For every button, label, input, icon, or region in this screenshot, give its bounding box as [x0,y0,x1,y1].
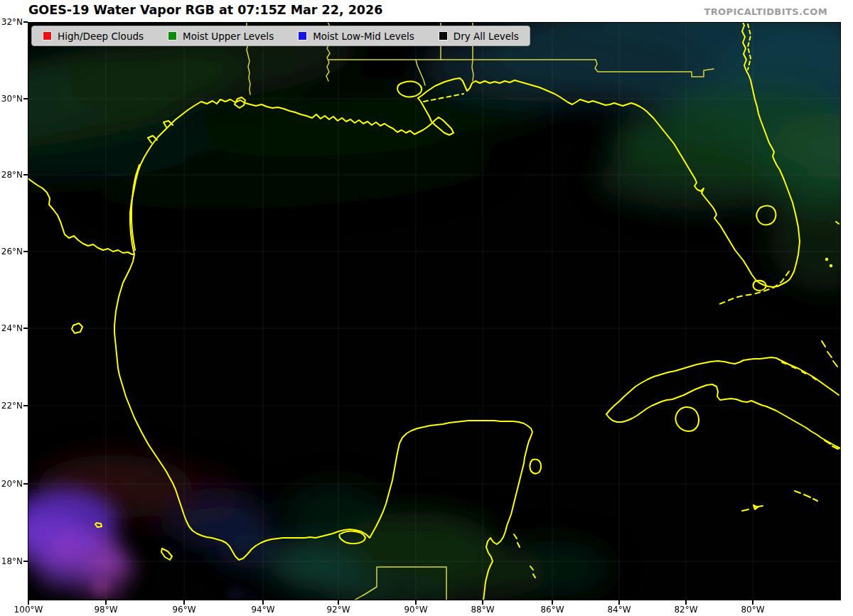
lat-tick-label: 28°N [0,170,23,180]
legend-label: Moist Low-Mid Levels [313,31,414,42]
lon-tick-mark [552,600,553,605]
lat-tick-label: 24°N [0,323,23,333]
lat-tick-label: 30°N [0,94,23,104]
lon-tick-label: 88°W [460,605,505,615]
color-legend: High/Deep CloudsMoist Upper LevelsMoist … [31,26,530,46]
legend-item-3: Dry All Levels [439,31,519,42]
satellite-map-svg [28,22,841,600]
lon-tick-label: 86°W [530,605,575,615]
lon-tick-mark [338,600,339,605]
legend-swatch-icon [439,31,448,40]
legend-swatch-icon [43,31,52,40]
lon-tick-mark [105,600,107,605]
lon-tick-mark [752,600,753,605]
legend-swatch-icon [298,31,307,40]
lon-tick-mark [415,600,417,605]
legend-label: Moist Upper Levels [183,31,274,42]
lat-tick-label: 20°N [0,479,23,489]
legend-item-0: High/Deep Clouds [43,31,144,42]
lon-tick-label: 94°W [240,605,286,615]
lon-tick-label: 80°W [730,605,776,615]
lon-tick-label: 100°W [6,605,51,615]
lat-tick-mark [23,21,28,23]
legend-item-1: Moist Upper Levels [168,31,274,42]
lat-tick-mark [23,561,28,562]
legend-label: Dry All Levels [454,31,519,42]
legend-item-2: Moist Low-Mid Levels [298,31,414,42]
lon-tick-mark [618,600,620,605]
lat-tick-label: 18°N [0,556,23,566]
lat-tick-label: 32°N [0,17,23,27]
lat-tick-label: 22°N [0,401,23,411]
satellite-map[interactable] [28,22,841,600]
lat-tick-mark [23,328,28,329]
lat-tick-label: 26°N [0,247,23,256]
page-title: GOES-19 Water Vapor RGB at 07:15Z Mar 22… [28,3,382,17]
lat-tick-mark [23,251,28,252]
goes-satellite-viewer: GOES-19 Water Vapor RGB at 07:15Z Mar 22… [0,0,853,616]
lat-tick-mark [23,174,28,175]
lat-tick-mark [23,405,28,406]
lon-tick-mark [262,600,264,605]
watermark: TROPICALTIDBITS.COM [704,6,827,17]
legend-label: High/Deep Clouds [58,31,144,42]
lon-tick-mark [183,600,185,605]
lon-tick-label: 96°W [161,605,207,615]
lat-tick-mark [23,483,28,485]
lon-tick-label: 92°W [316,605,361,615]
lon-tick-mark [482,600,483,605]
lon-tick-label: 82°W [663,605,709,615]
lon-tick-label: 98°W [83,605,129,615]
lon-tick-mark [685,600,687,605]
lat-tick-mark [23,98,28,99]
lon-tick-label: 84°W [596,605,642,615]
lon-tick-label: 90°W [393,605,439,615]
legend-swatch-icon [168,31,177,40]
lon-tick-mark [28,600,29,605]
